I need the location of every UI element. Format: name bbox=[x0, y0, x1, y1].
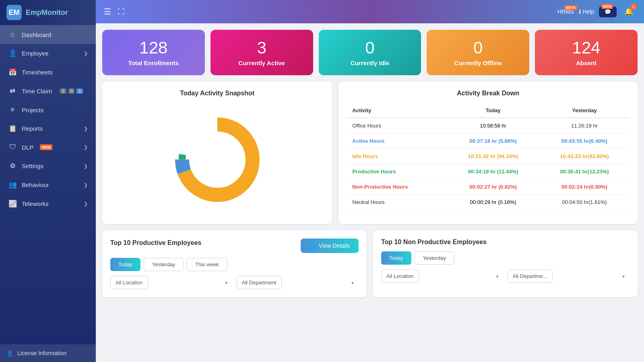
activity-name: Idle Hours bbox=[347, 149, 447, 164]
sidebar-item-dlp[interactable]: 🛡 DLP NEW ❯ bbox=[0, 138, 96, 156]
stat-card-currently-idle[interactable]: 0 Currently Idle bbox=[319, 30, 421, 75]
new-badge: NEW bbox=[40, 144, 52, 150]
notification-button[interactable]: 🔔 0 bbox=[621, 4, 636, 19]
stat-card-absent[interactable]: 124 Absent bbox=[535, 30, 638, 75]
calendar-icon: 📅 bbox=[8, 68, 17, 76]
new-button[interactable]: NEW 💬 bbox=[599, 6, 617, 17]
help-button[interactable]: ℹ Help bbox=[579, 8, 594, 15]
stat-label: Currently Active bbox=[239, 60, 285, 66]
np-location-dropdown[interactable]: All Location bbox=[381, 269, 419, 283]
logo-text: EmpMonitor bbox=[26, 8, 68, 17]
license-information[interactable]: 👤 License Information bbox=[0, 344, 96, 362]
non-productive-title: Top 10 Non Productive Employees bbox=[381, 239, 630, 246]
top-productive-panel: Top 10 Productive Employees 🌐 View Detai… bbox=[102, 230, 367, 297]
table-row: Non-Productive Hours00:02:27 hr (0.82%)0… bbox=[347, 179, 630, 195]
expand-icon[interactable]: ⛶ bbox=[118, 8, 125, 16]
activity-today: 10:21:42 hr (94.34%) bbox=[447, 149, 539, 164]
view-details-button[interactable]: 🌐 View Details bbox=[301, 239, 359, 253]
stat-number: 128 bbox=[139, 39, 167, 57]
topbar: ☰ ⛶ BETA HRMS ℹ Help NEW 💬 🔔 0 bbox=[96, 0, 644, 23]
chevron-icon: ❯ bbox=[84, 182, 88, 188]
non-productive-filters: All Location All Departme... bbox=[381, 269, 630, 283]
menu-icon[interactable]: ☰ bbox=[104, 7, 111, 16]
activity-yesterday: 00:36:41 hr(12.23%) bbox=[539, 164, 630, 179]
sidebar-item-settings[interactable]: ⚙ Settings ❯ bbox=[0, 156, 96, 175]
sidebar-item-label: Behaviour bbox=[22, 181, 49, 188]
tab-yesterday-nonproductive[interactable]: Yesterday bbox=[415, 251, 454, 265]
gear-icon: ⚙ bbox=[8, 162, 17, 170]
activity-name: Office Hours bbox=[347, 118, 447, 134]
content-area: 128 Total Enrollments 3 Currently Active… bbox=[96, 23, 644, 362]
info-icon: ℹ bbox=[579, 8, 581, 15]
chevron-icon: ❯ bbox=[84, 163, 88, 169]
notification-count: 0 bbox=[630, 4, 637, 10]
sidebar-item-timesheets[interactable]: 📅 Timesheets bbox=[0, 63, 96, 82]
mid-section: Today Activity Snapshot Activity Break D… bbox=[102, 82, 638, 224]
activity-today: 00:34:19 hr (11.44%) bbox=[447, 164, 539, 179]
sidebar-item-label: Time Claim bbox=[22, 88, 52, 95]
chevron-icon: ❯ bbox=[84, 201, 88, 207]
np-department-dropdown-wrapper: All Departme... bbox=[508, 269, 630, 283]
stat-number: 3 bbox=[257, 39, 266, 57]
arrows-icon: ⇄ bbox=[8, 87, 17, 95]
location-dropdown-wrapper: All Location bbox=[110, 276, 233, 289]
stat-label: Absent bbox=[576, 60, 597, 66]
department-dropdown[interactable]: All Department bbox=[237, 276, 282, 289]
top-non-productive-panel: Top 10 Non Productive Employees Today Ye… bbox=[373, 230, 638, 297]
sidebar-item-reports[interactable]: 📋 Reports ❯ bbox=[0, 119, 96, 138]
np-department-dropdown[interactable]: All Departme... bbox=[508, 269, 553, 283]
main-content: ☰ ⛶ BETA HRMS ℹ Help NEW 💬 🔔 0 128 Total… bbox=[96, 0, 644, 362]
sidebar-item-projects[interactable]: ≡ Projects bbox=[0, 101, 96, 119]
tab-thisweek-productive[interactable]: This week bbox=[187, 258, 227, 271]
snapshot-title: Today Activity Snapshot bbox=[110, 90, 324, 97]
activity-yesterday: 10:42:23 hr(93.60%) bbox=[539, 149, 630, 164]
tab-today-nonproductive[interactable]: Today bbox=[381, 251, 411, 265]
sidebar-item-employee[interactable]: 👤 Employee ❯ bbox=[0, 44, 96, 63]
activity-name: Non-Productive Hours bbox=[347, 179, 447, 195]
donut-svg bbox=[167, 109, 268, 210]
badge-2: 1 bbox=[76, 88, 83, 94]
activity-snapshot-panel: Today Activity Snapshot bbox=[102, 82, 332, 224]
bottom-section: Top 10 Productive Employees 🌐 View Detai… bbox=[102, 230, 638, 297]
sidebar-item-label: Projects bbox=[22, 107, 43, 113]
donut-chart bbox=[110, 103, 324, 216]
productive-title: Top 10 Productive Employees bbox=[110, 239, 201, 247]
tab-yesterday-productive[interactable]: Yesterday bbox=[144, 258, 184, 271]
activity-yesterday: 11:26:19 hr bbox=[539, 118, 630, 134]
sidebar-item-time-claim[interactable]: ⇄ Time Claim 0 0 1 bbox=[0, 82, 96, 101]
stat-number: 124 bbox=[572, 39, 601, 57]
sidebar-item-label: Settings bbox=[22, 162, 43, 169]
stat-label: Total Enrollments bbox=[128, 60, 179, 66]
productive-header: Top 10 Productive Employees 🌐 View Detai… bbox=[110, 239, 359, 253]
chevron-icon: ❯ bbox=[84, 144, 88, 150]
behaviour-icon: 👥 bbox=[8, 181, 17, 189]
beta-badge: BETA bbox=[564, 5, 577, 10]
tab-today-productive[interactable]: Today bbox=[110, 258, 140, 271]
time-claim-badges: 0 0 1 bbox=[59, 88, 83, 94]
location-dropdown[interactable]: All Location bbox=[110, 276, 148, 289]
hrms-button[interactable]: BETA HRMS bbox=[557, 8, 574, 15]
stat-card-currently-active[interactable]: 3 Currently Active bbox=[211, 30, 313, 75]
productive-tabs: Today Yesterday This week bbox=[110, 258, 359, 271]
non-productive-tabs: Today Yesterday bbox=[381, 251, 630, 265]
report-icon: 📋 bbox=[8, 124, 17, 133]
sidebar-item-label: Reports bbox=[22, 125, 43, 132]
new-badge-label: NEW bbox=[601, 4, 613, 9]
activity-today: 00:00:29 hr (0.16%) bbox=[447, 195, 539, 210]
home-icon: ⌂ bbox=[8, 31, 17, 39]
sidebar-item-teleworks[interactable]: 📈 Teleworks ❯ bbox=[0, 194, 96, 213]
table-row: Office Hours10:58:58 hr11:26:19 hr bbox=[347, 118, 630, 134]
stat-number: 0 bbox=[473, 39, 483, 57]
sidebar-item-behaviour[interactable]: 👥 Behaviour ❯ bbox=[0, 175, 96, 194]
activity-yesterday: 00:02:24 hr(0.80%) bbox=[539, 179, 630, 195]
breakdown-title: Activity Break Down bbox=[347, 90, 630, 97]
stat-card-currently-offline[interactable]: 0 Currently Offline bbox=[427, 30, 529, 75]
activity-table: Activity Today Yesterday Office Hours10:… bbox=[347, 103, 630, 210]
activity-yesterday: 00:43:55 hr(6.40%) bbox=[539, 134, 630, 149]
activity-name: Active Hours bbox=[347, 134, 447, 149]
table-row: Active Hours00:37:16 hr (5.66%)00:43:55 … bbox=[347, 134, 630, 149]
sidebar-item-dashboard[interactable]: ⌂ Dashboard bbox=[0, 25, 96, 44]
activity-breakdown-panel: Activity Break Down Activity Today Yeste… bbox=[339, 82, 638, 224]
sidebar-item-label: Dashboard bbox=[22, 31, 51, 38]
stat-card-total-enrollments[interactable]: 128 Total Enrollments bbox=[102, 30, 205, 75]
